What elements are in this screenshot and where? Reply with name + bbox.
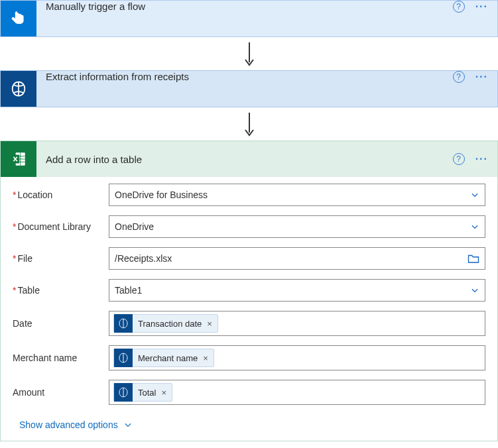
extract-card[interactable]: Extract information from receipts ? ···	[0, 70, 498, 107]
excel-header[interactable]: Add a row into a table ? ···	[1, 141, 497, 177]
amount-row: Amount Total ×	[13, 380, 485, 405]
chevron-down-icon	[470, 190, 479, 199]
date-field[interactable]: Transaction date ×	[109, 311, 485, 336]
arrow-connector	[0, 37, 498, 70]
location-label: *Location	[13, 190, 109, 200]
excel-body: *Location OneDrive for Business *Documen…	[1, 177, 497, 405]
token-icon	[114, 349, 133, 367]
token-icon	[114, 314, 133, 333]
merchant-row: Merchant name Merchant name ×	[13, 345, 485, 370]
remove-token-icon[interactable]: ×	[161, 388, 166, 398]
chevron-down-icon	[123, 420, 133, 429]
doclib-row: *Document Library OneDrive	[13, 215, 485, 238]
help-icon[interactable]: ?	[453, 71, 465, 83]
date-row: Date Transaction date ×	[13, 311, 485, 336]
more-icon[interactable]: ···	[475, 1, 488, 36]
doclib-label: *Document Library	[13, 221, 109, 232]
file-field[interactable]: /Receipts.xlsx	[109, 247, 485, 270]
trigger-icon	[1, 1, 36, 36]
chevron-down-icon	[470, 286, 479, 295]
extract-icon	[1, 71, 36, 107]
location-field[interactable]: OneDrive for Business	[109, 184, 485, 206]
advanced-options-toggle[interactable]: Show advanced options	[1, 414, 497, 441]
token-merchant-name[interactable]: Merchant name ×	[113, 349, 214, 367]
excel-card: Add a row into a table ? ··· *Location O…	[0, 140, 498, 441]
chevron-down-icon	[470, 222, 479, 231]
excel-title: Add a row into a table	[36, 154, 453, 165]
help-icon[interactable]: ?	[453, 1, 465, 13]
extract-title: Extract information from receipts	[36, 71, 453, 107]
file-row: *File /Receipts.xlsx	[13, 247, 485, 270]
table-field[interactable]: Table1	[109, 279, 485, 302]
merchant-label: Merchant name	[13, 353, 109, 363]
token-icon	[114, 383, 133, 402]
token-total[interactable]: Total ×	[113, 383, 172, 402]
trigger-title: Manually trigger a flow	[36, 1, 453, 36]
remove-token-icon[interactable]: ×	[203, 353, 208, 363]
table-row: *Table Table1	[13, 279, 485, 302]
excel-icon	[1, 141, 36, 177]
merchant-field[interactable]: Merchant name ×	[109, 345, 485, 370]
more-icon[interactable]: ···	[475, 71, 488, 107]
file-label: *File	[13, 253, 109, 264]
location-row: *Location OneDrive for Business	[13, 184, 485, 206]
amount-label: Amount	[13, 387, 109, 398]
arrow-connector	[0, 107, 498, 140]
trigger-card[interactable]: Manually trigger a flow ? ···	[0, 0, 498, 37]
help-icon[interactable]: ?	[453, 153, 465, 165]
table-label: *Table	[13, 285, 109, 296]
more-icon[interactable]: ···	[475, 153, 488, 165]
amount-field[interactable]: Total ×	[109, 380, 485, 405]
date-label: Date	[13, 318, 109, 329]
doclib-field[interactable]: OneDrive	[109, 215, 485, 238]
remove-token-icon[interactable]: ×	[207, 319, 212, 329]
folder-icon[interactable]	[467, 253, 479, 264]
token-transaction-date[interactable]: Transaction date ×	[113, 314, 218, 333]
